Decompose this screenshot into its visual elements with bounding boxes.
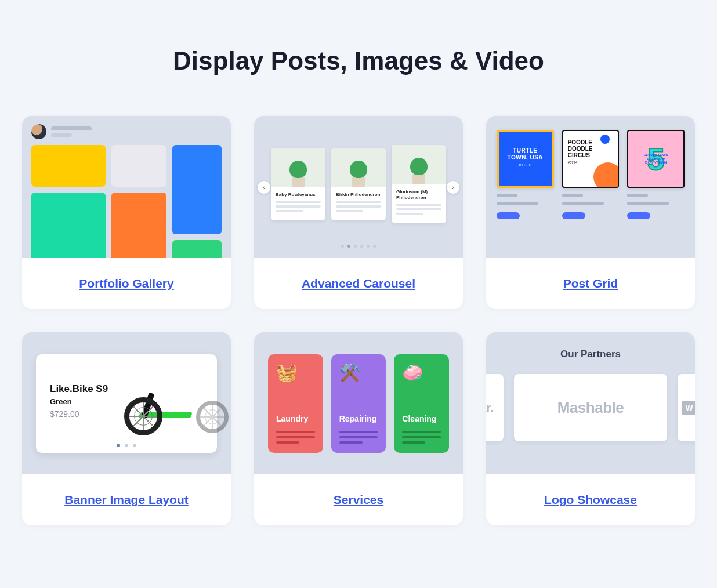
plant-icon <box>407 153 430 184</box>
placeholder-line <box>562 202 604 205</box>
card-services: 🧺 Laundry ⚒️ Repairing 🧼 Cleaning <box>254 332 463 525</box>
service-item: ⚒️ Repairing <box>331 354 386 453</box>
avatar-icon <box>31 124 46 139</box>
link-banner-image-layout[interactable]: Banner Image Layout <box>64 493 189 506</box>
placeholder-line <box>562 194 583 197</box>
dot-icon[interactable] <box>347 245 350 248</box>
post-thumb: POODLE DOODLE CIRCUS #0774 <box>562 130 620 188</box>
placeholder-line <box>276 441 299 444</box>
placeholder-line <box>336 210 363 212</box>
post-item: 5 CLOWN TOWN BIG SHOW DOWNTOWN <box>627 130 685 246</box>
link-logo-showcase[interactable]: Logo Showcase <box>544 493 637 506</box>
gallery-thumb <box>172 240 222 258</box>
dot-icon[interactable] <box>360 245 363 248</box>
service-item: 🧼 Cleaning <box>394 354 449 453</box>
gallery-thumb <box>31 193 106 258</box>
placeholder-line <box>396 213 423 215</box>
post-thumb: TURTLE TOWN, USA #1080 <box>497 130 554 188</box>
card-post-grid: TURTLE TOWN, USA #1080 POODLE <box>486 116 695 309</box>
dot-icon[interactable] <box>354 245 357 248</box>
carousel-item-title: Baby Rowleyanus <box>276 192 321 198</box>
feature-grid: Portfolio Gallery ‹ › Baby Rowleyanus <box>22 116 695 525</box>
link-portfolio-gallery[interactable]: Portfolio Gallery <box>79 277 173 290</box>
thumb-text: CLOWN TOWN <box>643 153 668 157</box>
laundry-icon: 🧺 <box>276 362 315 389</box>
partner-logo: W I <box>678 374 695 441</box>
card-banner-image-layout: Like.Bike S9 Green $729.00 <box>22 332 231 525</box>
repair-icon: ⚒️ <box>339 362 378 389</box>
product-price: $729.00 <box>50 409 108 419</box>
gallery-thumb <box>172 145 222 234</box>
placeholder-pill <box>627 212 650 219</box>
placeholder-line <box>276 205 321 208</box>
placeholder-line <box>276 210 303 212</box>
thumb-text: DOWNTOWN <box>645 161 667 164</box>
link-post-grid[interactable]: Post Grid <box>563 277 618 290</box>
gallery-thumb <box>111 193 166 258</box>
carousel-item-title: Birkin Philodendron <box>336 192 381 198</box>
placeholder-line <box>339 436 378 438</box>
dot-icon[interactable] <box>133 444 136 447</box>
dot-icon[interactable] <box>125 444 128 447</box>
placeholder-line <box>497 194 517 197</box>
carousel-dots <box>341 245 376 248</box>
dot-icon[interactable] <box>341 245 344 248</box>
preview-services: 🧺 Laundry ⚒️ Repairing 🧼 Cleaning <box>254 332 463 474</box>
card-logo-showcase: Our Partners dar. Mashable W I Logo Show… <box>486 332 695 525</box>
logo-badge-icon: W <box>682 401 695 415</box>
service-title: Repairing <box>339 414 378 423</box>
service-title: Laundry <box>276 414 315 423</box>
thumb-text: TOWN, USA <box>508 154 544 161</box>
preview-portfolio <box>22 116 231 258</box>
placeholder-line <box>339 441 363 444</box>
plant-icon <box>287 156 310 187</box>
product-variant: Green <box>50 397 108 406</box>
link-services[interactable]: Services <box>334 493 383 506</box>
placeholder-line <box>627 202 669 205</box>
thumb-sub: #0774 <box>568 161 578 164</box>
logo-text: Mashable <box>557 399 624 417</box>
partners-heading: Our Partners <box>486 349 695 360</box>
service-title: Cleaning <box>402 414 441 423</box>
placeholder-line <box>402 431 441 433</box>
bike-image <box>124 364 211 439</box>
post-thumb: 5 CLOWN TOWN BIG SHOW DOWNTOWN <box>627 130 685 188</box>
placeholder-line <box>339 431 378 433</box>
placeholder-line <box>276 436 315 438</box>
link-advanced-carousel[interactable]: Advanced Carousel <box>302 277 415 290</box>
carousel-item-title: Gloriosum (M) Philodendron <box>396 189 441 200</box>
section-title: Display Posts, Images & Video <box>17 46 700 75</box>
product-name: Like.Bike S9 <box>50 383 108 395</box>
preview-post-grid: TURTLE TOWN, USA #1080 POODLE <box>486 116 695 258</box>
plant-icon <box>347 156 370 187</box>
thumb-text: CIRCUS <box>568 152 590 158</box>
dot-icon[interactable] <box>117 444 120 447</box>
dot-icon[interactable] <box>373 245 376 248</box>
partner-logo: Mashable <box>514 374 667 441</box>
carousel-item: Birkin Philodendron <box>331 148 386 221</box>
post-item: TURTLE TOWN, USA #1080 <box>497 130 554 246</box>
dot-icon[interactable] <box>367 245 370 248</box>
card-portfolio-gallery: Portfolio Gallery <box>22 116 231 309</box>
placeholder-line <box>396 204 441 206</box>
logo-text: dar. <box>486 401 494 415</box>
placeholder-line <box>497 202 538 205</box>
carousel-item: Baby Rowleyanus <box>271 148 325 221</box>
placeholder-line <box>336 205 381 208</box>
thumb-text: TURTLE <box>513 147 537 154</box>
service-item: 🧺 Laundry <box>268 354 323 453</box>
banner-slide: Like.Bike S9 Green $729.00 <box>36 354 217 453</box>
thumb-sub: #1080 <box>519 163 531 167</box>
placeholder-line <box>336 201 381 203</box>
thumb-text: POODLE <box>568 139 592 146</box>
gallery-thumb <box>31 145 106 187</box>
preview-banner: Like.Bike S9 Green $729.00 <box>22 332 231 474</box>
placeholder-line <box>396 208 441 210</box>
placeholder-line <box>627 194 648 197</box>
banner-dots <box>117 444 136 447</box>
placeholder-pill <box>497 212 520 219</box>
placeholder-line <box>402 436 441 438</box>
placeholder-line <box>402 441 425 444</box>
placeholder-line <box>276 201 321 203</box>
placeholder-pill <box>562 212 585 219</box>
